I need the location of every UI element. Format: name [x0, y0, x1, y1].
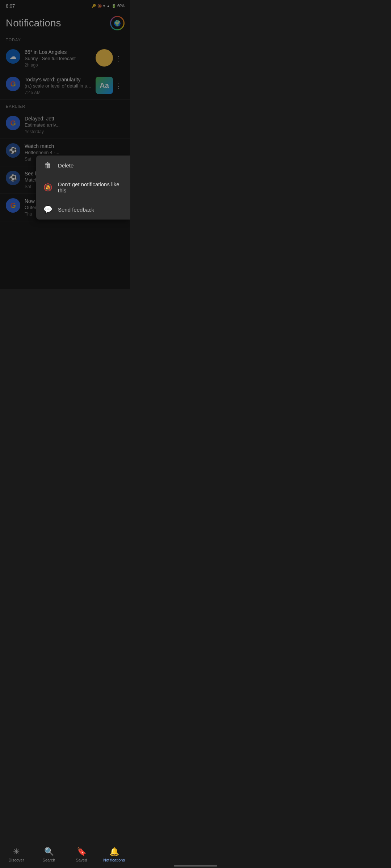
dictionary-icon: Aa — [96, 77, 113, 94]
weather-thumbnail — [96, 49, 113, 67]
watch-body: Hoffenheim 4 -... — [25, 150, 75, 155]
google-icon-stream: G — [6, 198, 20, 213]
dont-notify-icon: 🔕 — [43, 183, 52, 192]
word-content: Today's word: granularity (n.) scale or … — [25, 77, 93, 95]
battery-percent: 60% — [117, 4, 125, 8]
weather-more-button[interactable]: ⋮ — [113, 53, 125, 64]
word-more-button[interactable]: ⋮ — [113, 80, 125, 92]
context-menu-feedback[interactable]: 💬 Send feedback — [36, 199, 130, 220]
delete-label: Delete — [58, 162, 73, 169]
page-title: Notifications — [6, 17, 61, 29]
weather-content: 66° in Los Angeles Sunny · See full fore… — [25, 49, 93, 68]
sun-icon — [96, 49, 113, 67]
notification-word[interactable]: G Today's word: granularity (n.) scale o… — [0, 72, 130, 100]
feedback-label: Send feedback — [58, 207, 94, 213]
jett-body: Estimated arriv... — [25, 122, 75, 128]
notification-weather[interactable]: ☁ 66° in Los Angeles Sunny · See full fo… — [0, 45, 130, 72]
soccer-icon-lineups: ⚽ — [6, 171, 20, 185]
google-icon-word: G — [6, 77, 20, 91]
jett-title: Delayed: Jett — [25, 116, 75, 122]
watch-title: Watch match — [25, 143, 75, 149]
status-time: 8:07 — [6, 3, 15, 9]
battery-icon: 🔋 — [112, 4, 116, 8]
weather-icon: ☁ — [6, 49, 20, 64]
weather-body: Sunny · See full forecast — [25, 56, 93, 61]
word-title: Today's word: granularity — [25, 77, 93, 82]
key-icon: 🔑 — [92, 4, 96, 8]
context-menu-dont-notify[interactable]: 🔕 Don't get notifications like this — [36, 175, 130, 199]
delete-icon: 🗑 — [43, 161, 52, 170]
jett-content: Delayed: Jett Estimated arriv... Yesterd… — [25, 116, 125, 134]
avatar[interactable]: 🌍 — [110, 16, 125, 30]
word-time: 7:45 AM — [25, 90, 93, 95]
status-icons: 🔑 🔕 ▾ ▲ 🔋 60% — [92, 4, 125, 8]
weather-title: 66° in Los Angeles — [25, 49, 93, 55]
notification-jett[interactable]: G Delayed: Jett Estimated arriv... Yeste… — [0, 111, 130, 139]
google-icon-jett: G — [6, 116, 20, 130]
section-today: TODAY — [0, 33, 130, 45]
wifi-icon: ▾ — [103, 4, 105, 8]
avatar-inner: 🌍 — [111, 17, 123, 29]
signal-icon: ▲ — [106, 4, 110, 8]
mute-icon: 🔕 — [97, 4, 102, 8]
soccer-icon-watch: ⚽ — [6, 143, 20, 158]
context-menu: 🗑 Delete 🔕 Don't get notifications like … — [36, 156, 130, 220]
dont-notify-label: Don't get notifications like this — [58, 181, 123, 193]
jett-time: Yesterday — [25, 129, 125, 134]
context-menu-delete[interactable]: 🗑 Delete — [36, 156, 130, 175]
page-header: Notifications 🌍 — [0, 10, 130, 33]
word-thumbnail: Aa — [96, 77, 113, 94]
word-body: (n.) scale or level of detail in set of … — [25, 83, 93, 89]
section-earlier: EARLIER — [0, 100, 130, 111]
weather-time: 2h ago — [25, 63, 93, 68]
feedback-icon: 💬 — [43, 205, 52, 214]
status-bar: 8:07 🔑 🔕 ▾ ▲ 🔋 60% — [0, 0, 130, 10]
